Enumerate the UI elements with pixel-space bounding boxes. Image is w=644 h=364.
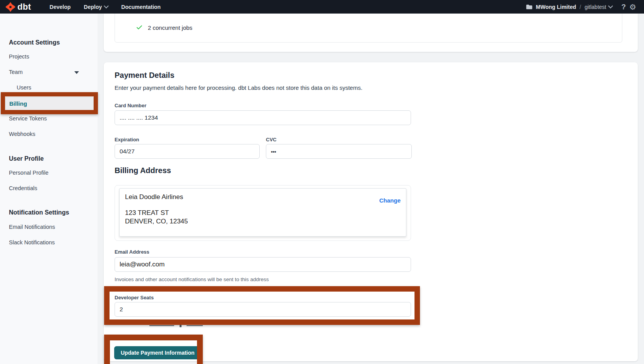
developer-seats-input[interactable]	[115, 302, 411, 317]
navbar-right: MWong Limited / gitlabtest ? ⚙	[526, 3, 644, 11]
card-number-input[interactable]	[115, 110, 411, 125]
email-address-input[interactable]	[115, 257, 411, 272]
billing-address-title: Billing Address	[115, 166, 171, 175]
sidebar-item-team[interactable]: Team	[9, 69, 22, 77]
concurrent-jobs-text: 2 concurrent jobs	[148, 24, 192, 31]
update-payment-button[interactable]: Update Payment Information	[114, 346, 201, 359]
sidebar-heading-account-settings: Account Settings	[9, 39, 60, 47]
folder-icon	[526, 4, 533, 10]
primary-nav: Develop Deploy Documentation	[50, 4, 161, 10]
navbar-left: dbt Develop Deploy Documentation	[0, 0, 161, 14]
dbt-cloud-billing-page: dbt Develop Deploy Documentation	[0, 0, 644, 364]
sidebar-item-personal-profile[interactable]: Personal Profile	[9, 170, 48, 177]
nav-documentation[interactable]: Documentation	[121, 4, 161, 10]
settings-sidebar: Account Settings Projects Team Users Bil…	[0, 14, 98, 364]
card-number-label: Card Number	[115, 103, 146, 108]
email-address-label: Email Address	[115, 249, 149, 255]
nav-develop[interactable]: Develop	[50, 4, 70, 10]
project-name: gitlabtest	[584, 4, 606, 10]
help-icon[interactable]: ?	[621, 3, 626, 10]
chevron-down-icon	[104, 3, 109, 9]
plan-usage-inner-panel: You are currently using 1 seat 2 concurr…	[115, 14, 622, 43]
occluded-text-fragment	[149, 325, 174, 326]
check-icon	[136, 24, 143, 33]
payment-details-description: Enter your payment details here for proc…	[115, 84, 362, 91]
sidebar-item-service-tokens[interactable]: Service Tokens	[9, 115, 47, 123]
sidebar-item-credentials[interactable]: Credentials	[9, 185, 37, 193]
cvc-label: CVC	[266, 137, 276, 143]
billing-address-inner-panel: Leia Doodle Airlines Change 123 TREAT ST…	[119, 188, 406, 237]
breadcrumb-separator: /	[580, 4, 581, 10]
nav-deploy[interactable]: Deploy	[84, 4, 108, 10]
occluded-text-fragment	[187, 325, 203, 326]
expiration-input[interactable]	[115, 144, 260, 159]
dbt-logo[interactable]: dbt	[0, 2, 36, 12]
account-switcher[interactable]: MWong Limited	[536, 4, 576, 10]
gear-icon[interactable]: ⚙	[629, 3, 636, 11]
sidebar-heading-user-profile: User Profile	[9, 155, 44, 163]
developer-seats-label: Developer Seats	[115, 295, 154, 300]
change-address-link[interactable]: Change	[379, 197, 401, 204]
payment-details-card: Payment Details Enter your payment detai…	[104, 62, 638, 361]
dbt-wordmark: dbt	[17, 3, 31, 11]
payment-details-title: Payment Details	[115, 71, 175, 80]
caret-down-icon[interactable]	[74, 71, 79, 74]
sidebar-item-slack-notifications[interactable]: Slack Notifications	[9, 239, 55, 247]
nav-deploy-label: Deploy	[84, 4, 102, 10]
chevron-down-icon	[608, 3, 613, 9]
billing-address-line1: 123 TREAT ST	[125, 209, 188, 217]
billing-address-lines: 123 TREAT ST DENVER, CO, 12345	[125, 209, 188, 226]
plan-usage-card: You are currently using 1 seat 2 concurr…	[104, 14, 638, 52]
nav-documentation-label: Documentation	[121, 4, 161, 10]
nav-develop-label: Develop	[50, 4, 70, 10]
dbt-logo-icon	[5, 2, 15, 12]
billing-address-name: Leia Doodle Airlines	[125, 193, 183, 201]
project-switcher[interactable]: gitlabtest	[584, 4, 612, 10]
sidebar-item-webhooks[interactable]: Webhooks	[9, 131, 35, 139]
billing-address-panel: Leia Doodle Airlines Change 123 TREAT ST…	[115, 185, 411, 241]
occluded-text-fragment	[180, 325, 182, 327]
cvc-input[interactable]	[266, 144, 412, 159]
sidebar-item-projects[interactable]: Projects	[9, 53, 29, 61]
sidebar-heading-notification-settings: Notification Settings	[9, 209, 69, 217]
expiration-label: Expiration	[115, 137, 139, 143]
billing-address-line2: DENVER, CO, 12345	[125, 217, 188, 226]
email-help-text: Invoices and other account notifications…	[115, 276, 269, 282]
sidebar-item-email-notifications[interactable]: Email Notifications	[9, 224, 55, 232]
top-navbar: dbt Develop Deploy Documentation	[0, 0, 644, 14]
sidebar-item-billing-active[interactable]: Billing	[5, 97, 94, 110]
sidebar-item-users[interactable]: Users	[17, 84, 31, 92]
sidebar-item-billing-label: Billing	[9, 100, 27, 107]
